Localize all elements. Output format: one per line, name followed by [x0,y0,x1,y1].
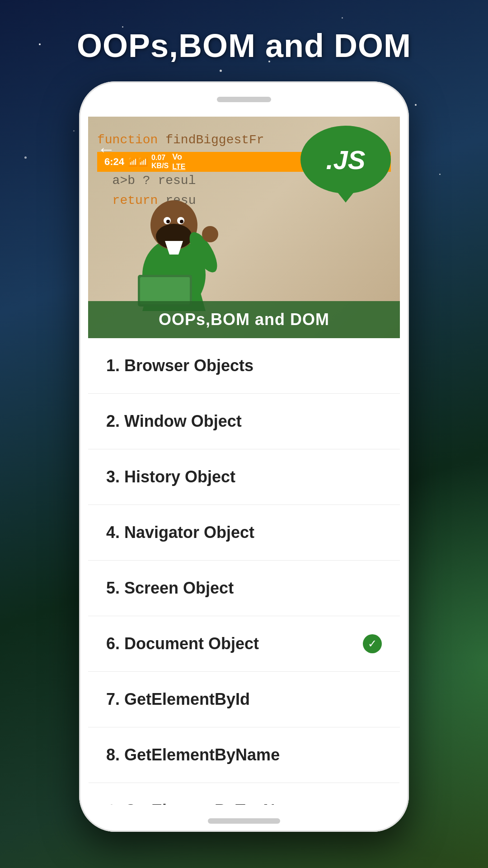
list-container: 1. Browser Objects 2. Window Object 3. H… [88,338,400,805]
js-label: .JS [326,145,365,175]
svg-rect-12 [140,277,190,304]
list-item-3-label: 3. History Object [106,467,235,486]
signal-bars: 📶📶 [128,157,148,167]
list-item-2-label: 2. Window Object [106,412,242,431]
list-item-2[interactable]: 2. Window Object [88,394,400,449]
home-bar[interactable] [208,818,280,824]
back-button[interactable]: ← [97,139,115,160]
phone-top [79,81,409,118]
list-item-9-label: 9. GetElementByTagName [106,801,307,805]
list-item-4-label: 4. Navigator Object [106,523,254,542]
svg-point-7 [180,220,183,223]
data-speed: 0.07KB/S [151,154,169,170]
svg-point-6 [166,220,170,223]
hero-image: function findBiggestFr var result; a>b ?… [88,117,400,338]
svg-point-14 [202,226,218,242]
phone-frame: 6:24 📶📶 0.07KB/S VoLTE 67 🔋 function fin… [79,81,409,832]
network-type: VoLTE [172,152,185,171]
check-icon-6: ✓ [363,634,382,653]
list-item-7[interactable]: 7. GetElementById [88,672,400,727]
list-item-7-label: 7. GetElementById [106,690,250,709]
list-item-1[interactable]: 1. Browser Objects [88,338,400,394]
list-item-8[interactable]: 8. GetElementByName [88,727,400,783]
list-item-6[interactable]: 6. Document Object ✓ [88,616,400,672]
list-item-1-label: 1. Browser Objects [106,356,253,375]
list-item-9[interactable]: 9. GetElementByTagName [88,783,400,805]
list-item-5[interactable]: 5. Screen Object [88,561,400,616]
page-title: OOPs,BOM and DOM [0,27,488,64]
phone-screen: 6:24 📶📶 0.07KB/S VoLTE 67 🔋 function fin… [88,117,400,805]
js-bubble-circle: .JS [300,126,391,193]
js-bubble: .JS [300,126,391,198]
list-item-5-label: 5. Screen Object [106,579,234,598]
status-left: 6:24 📶📶 0.07KB/S VoLTE [104,152,185,171]
list-item-8-label: 8. GetElementByName [106,745,280,764]
earpiece [217,97,271,102]
instructor-figure [124,175,224,311]
list-item-6-label: 6. Document Object [106,634,259,653]
hero-banner-text: OOPs,BOM and DOM [102,310,386,329]
list-item-3[interactable]: 3. History Object [88,449,400,505]
hero-banner: OOPs,BOM and DOM [88,301,400,338]
list-item-4[interactable]: 4. Navigator Object [88,505,400,561]
